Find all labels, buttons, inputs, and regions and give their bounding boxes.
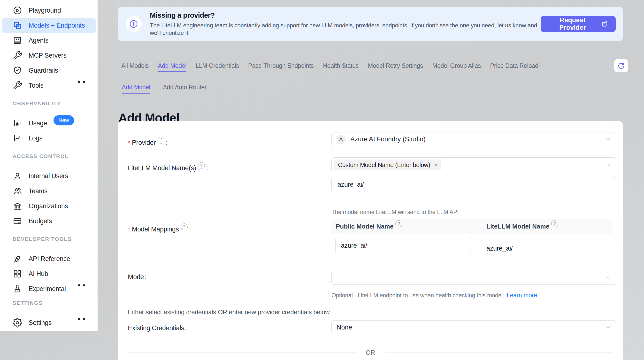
sidebar-item-usage[interactable]: Usage New — [2, 116, 96, 131]
model-mappings-table: Public Model Name ? LiteLLM Model Name ?… — [332, 219, 612, 263]
model-hub-tabs: All Models Add Model LLM Credentials Pas… — [118, 60, 623, 72]
line-chart-icon — [12, 134, 22, 143]
sidebar-item-models-endpoints[interactable]: Models + Endpoints — [2, 18, 96, 33]
sidebar-item-label: Organizations — [28, 202, 68, 210]
chevron-down-icon — [605, 162, 611, 168]
sidebar-item-budgets[interactable]: Budgets — [2, 214, 96, 228]
sidebar-section-settings: SETTINGS — [0, 298, 98, 308]
sidebar-item-settings[interactable]: Settings — [2, 315, 96, 330]
tab-all-models[interactable]: All Models — [121, 60, 149, 72]
public-model-name-header: Public Model Name ? — [332, 223, 471, 230]
model-name-helper: The model name LiteLLM will send to the … — [332, 209, 459, 216]
custom-model-name-input[interactable] — [332, 176, 616, 193]
provider-avatar: A — [336, 135, 346, 144]
header-divider — [471, 223, 471, 230]
sidebar-item-label: Agents — [28, 37, 48, 44]
help-icon[interactable]: ? — [395, 220, 402, 227]
provider-value: Azure AI Foundry (Studio) — [350, 136, 426, 143]
mode-select[interactable] — [332, 271, 616, 285]
divider-line — [128, 352, 356, 353]
help-icon[interactable]: ? — [181, 224, 188, 230]
play-circle-icon — [12, 6, 22, 15]
gear-icon — [12, 318, 22, 328]
sidebar-item-experimental[interactable]: Experimental — [2, 281, 96, 296]
model-names-multiselect[interactable]: Custom Model Name (Enter below) — [332, 157, 616, 172]
public-model-name-input[interactable] — [335, 237, 471, 254]
sidebar-item-label: Logs — [28, 134, 42, 142]
tab-add-model[interactable]: Add Model — [158, 60, 186, 72]
sidebar-item-label: Tools — [28, 82, 44, 89]
credit-card-icon — [12, 216, 22, 226]
model-mappings-label: * Model Mappings ? : — [128, 226, 191, 233]
existing-credentials-select[interactable]: None — [332, 320, 616, 334]
tools-icon — [12, 80, 22, 90]
banner-title: Missing a provider? — [150, 12, 540, 19]
subtab-add-auto-router[interactable]: Add Auto Router — [163, 81, 206, 94]
banner-text: Missing a provider? The LiteLLM engineer… — [150, 12, 540, 36]
ellipsis-icon[interactable] — [78, 284, 85, 286]
mappings-data-row: azure_ai/ — [332, 234, 612, 263]
sidebar-item-logs[interactable]: Logs — [2, 131, 96, 146]
add-model-form-card: * Provider ? : A Azure AI Foundry (Studi… — [118, 121, 623, 360]
sidebar-item-label: MCP Servers — [28, 52, 66, 59]
sidebar-item-organizations[interactable]: Organizations — [2, 198, 96, 214]
learn-more-link[interactable]: Learn more — [507, 292, 537, 298]
credentials-note: Either select existing credentials OR en… — [128, 308, 330, 316]
help-icon[interactable]: ? — [158, 137, 164, 144]
team-icon — [12, 186, 22, 196]
existing-credentials-label: Existing Credentials : — [128, 324, 186, 332]
tab-model-retry-settings[interactable]: Model Retry Settings — [368, 60, 423, 72]
tab-llm-credentials[interactable]: LLM Credentials — [196, 60, 239, 72]
mode-helper: Optional - LiteLLM endpoint to use when … — [332, 292, 537, 299]
chevron-down-icon — [605, 136, 611, 142]
tab-price-data-reload[interactable]: Price Data Reload — [490, 60, 538, 72]
litellm-admin-page: { "colors":{"accent_indigo":"#6366f1","a… — [0, 0, 644, 360]
help-icon[interactable]: ? — [551, 220, 558, 227]
tab-pass-through-endpoints[interactable]: Pass-Through Endpoints — [248, 60, 314, 72]
sidebar-item-ai-hub[interactable]: AI Hub — [2, 266, 96, 281]
sidebar-item-label: Internal Users — [28, 172, 68, 180]
ellipsis-icon[interactable] — [78, 318, 85, 320]
missing-provider-banner: Missing a provider? The LiteLLM engineer… — [118, 7, 623, 41]
banner-body: The LiteLLM engineering team is constant… — [150, 22, 540, 36]
models-icon — [12, 20, 22, 30]
sidebar-item-api-reference[interactable]: API Reference — [2, 251, 96, 266]
tab-model-group-alias[interactable]: Model Group Alias — [432, 60, 481, 72]
ellipsis-icon[interactable] — [78, 81, 85, 83]
sidebar-item-teams[interactable]: Teams — [2, 184, 96, 198]
required-marker: * — [128, 139, 130, 146]
sidebar: Playground Models + Endpoints Agents MCP… — [0, 0, 98, 331]
bar-chart-icon — [12, 118, 22, 128]
provider-select[interactable]: A Azure AI Foundry (Studio) — [332, 132, 616, 146]
user-icon — [12, 171, 22, 181]
litellm-model-name-value: azure_ai/ — [486, 234, 512, 263]
subtab-add-model[interactable]: Add Model — [122, 81, 150, 94]
sidebar-section-developer-tools: DEVELOPER TOOLS — [0, 234, 98, 244]
request-provider-button[interactable]: Request Provider — [540, 16, 616, 32]
close-icon[interactable] — [434, 162, 438, 167]
new-badge: New — [54, 115, 74, 126]
api-icon — [12, 254, 22, 264]
sidebar-item-guardrails[interactable]: Guardrails — [2, 63, 96, 78]
mappings-header-row: Public Model Name ? LiteLLM Model Name ? — [332, 219, 612, 234]
sidebar-item-mcp-servers[interactable]: MCP Servers — [2, 48, 96, 63]
wrench-icon — [12, 50, 22, 60]
sidebar-item-internal-users[interactable]: Internal Users — [2, 168, 96, 184]
chevron-down-icon — [605, 275, 611, 280]
sidebar-item-tools[interactable]: Tools — [2, 78, 96, 93]
divider-line — [386, 352, 613, 353]
refresh-button[interactable] — [614, 59, 628, 72]
help-icon[interactable]: ? — [198, 162, 205, 169]
grid-icon — [12, 269, 22, 279]
or-label: OR — [366, 349, 375, 356]
sidebar-item-playground[interactable]: Playground — [2, 3, 96, 18]
sidebar-item-agents[interactable]: Agents — [2, 33, 96, 48]
sidebar-item-label: Settings — [28, 319, 52, 326]
tab-health-status[interactable]: Health Status — [323, 60, 359, 72]
sidebar-section-observability: OBSERVABILITY — [0, 99, 98, 108]
refresh-icon — [617, 62, 625, 70]
add-model-subtabs: Add Model Add Auto Router — [118, 81, 623, 94]
flask-icon — [12, 284, 22, 294]
plus-circle-icon — [126, 16, 142, 32]
litellm-model-name-header: LiteLLM Model Name ? — [471, 223, 558, 230]
